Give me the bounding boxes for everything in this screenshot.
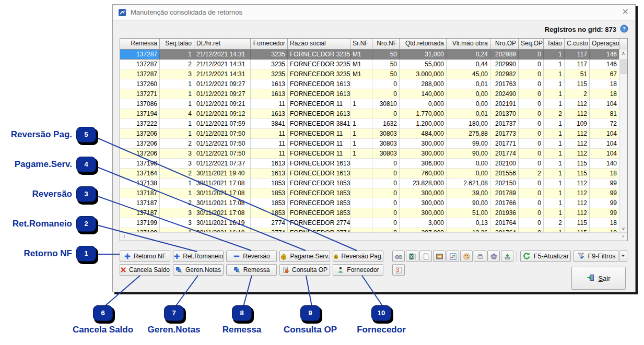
sort-button[interactable] [447, 251, 459, 262]
column-header-opera-o[interactable]: Operação [590, 39, 619, 50]
scroll-left-icon[interactable]: ‹ [120, 233, 128, 241]
table-row[interactable]: 137222101/12/2021 07:593841FORNECEDOR 38… [120, 119, 619, 129]
geren-notas-button[interactable]: Geren.Notas [173, 264, 224, 276]
column-header-vlr-m-o-obra[interactable]: Vlr.mão obra [447, 39, 490, 50]
table-row[interactable]: 137206301/12/2021 07:5011FORNECEDOR 1113… [120, 149, 619, 159]
palette-button[interactable] [460, 251, 473, 262]
help-button[interactable]: ? [619, 25, 628, 33]
column-header-raz-o-social[interactable]: Razão social [288, 39, 350, 50]
export-button[interactable] [433, 251, 446, 262]
column-header-nro-nf[interactable]: Nro.NF [372, 39, 400, 50]
table-row[interactable]: 137196301/12/2021 07:371613FORNECEDOR 16… [120, 159, 619, 169]
table-row[interactable]: 137287221/12/2021 14:313235FORNECEDOR 32… [120, 60, 619, 69]
consulta-op-button[interactable]: Consulta OP [279, 264, 330, 276]
grid-cell: 51 [565, 69, 590, 79]
ret-romaneio-button[interactable]: Ret.Romaneio [173, 251, 224, 262]
reversao-pag-button[interactable]: $Reversão Pag. [333, 251, 383, 262]
grid-cell: 39,00 [447, 188, 490, 198]
checklist-button[interactable] [392, 264, 405, 276]
gear-button[interactable] [487, 251, 500, 262]
column-header-nro-op[interactable]: Nro.OP [490, 39, 519, 50]
column-header-qtd-retornada[interactable]: Qtd.retornada [400, 39, 447, 50]
grid-cell: 1613 [251, 169, 288, 179]
table-row[interactable]: 137164230/11/2021 19:401613FORNECEDOR 16… [120, 169, 619, 179]
excel-icon: X [408, 253, 416, 260]
scroll-up-icon[interactable]: ∧ [619, 50, 627, 58]
button-label: Fornecedor [347, 266, 379, 273]
close-icon[interactable]: ✕ [622, 7, 629, 17]
table-row[interactable]: 137138130/11/2021 17:081853FORNECEDOR 18… [120, 179, 619, 188]
table-row[interactable]: 137271101/12/2021 09:271613FORNECEDOR 16… [120, 89, 619, 99]
grid-cell: 1853 [251, 208, 288, 218]
grid-cell: 11 [251, 129, 288, 139]
column-header-c-custo[interactable]: C.custo [565, 39, 590, 50]
column-header-seq-op[interactable]: Seq.OP [519, 39, 544, 50]
column-header-remessa[interactable]: Remessa [120, 39, 160, 50]
table-row[interactable]: 137187230/11/2021 17:081853FORNECEDOR 18… [120, 198, 619, 208]
grid-cell: 0 [519, 69, 544, 79]
column-header-fornecedor[interactable]: Fornecedor [251, 39, 288, 50]
grid-cell: 01/12/2021 07:50 [194, 139, 251, 149]
excel-button[interactable]: X [406, 251, 418, 262]
column-header-dt-hr-ret[interactable]: Dt./hr.ret [194, 39, 251, 50]
grid-cell: FORNECEDOR 3235 [288, 50, 350, 60]
grid-cell: 0 [519, 119, 544, 129]
callout-label: Geren.Notas [143, 325, 205, 335]
horizontal-scrollbar[interactable]: ‹ › [120, 232, 627, 241]
reversao-button[interactable]: Reversão [226, 251, 277, 262]
button-label: Cancela Saldo [129, 266, 170, 273]
callout-label: Cancela Saldo [72, 325, 134, 335]
callout-badge: 10 [371, 305, 391, 321]
column-header-seq-tal-o[interactable]: Seq.talão [160, 39, 194, 50]
grid-body: 137287121/12/2021 14:313235FORNECEDOR 32… [120, 50, 619, 233]
retorno-nf-button[interactable]: Retorno NF [120, 251, 170, 262]
grid-cell: 0 [372, 188, 400, 198]
grid-cell: 1 [350, 149, 372, 159]
grid-cell: 99 [590, 179, 619, 188]
callout-bottom-6: 6Cancela Saldo [72, 305, 134, 335]
chevron-down-icon [619, 252, 627, 261]
callout-badge: 8 [232, 305, 252, 321]
grid-cell: FORNECEDOR 1853 [288, 198, 350, 208]
binoculars-button[interactable] [392, 251, 405, 262]
remessa-button[interactable]: Remessa [226, 264, 277, 276]
vertical-scrollbar[interactable]: ∧ ∨ [619, 50, 627, 233]
grid-cell: 201773 [490, 129, 519, 139]
blank-page-button[interactable] [419, 251, 432, 262]
grid-cell: 117 [565, 50, 590, 60]
grid-cell: 0 [519, 179, 544, 188]
cancela-saldo-button[interactable]: Cancela Saldo [120, 264, 170, 276]
grid-cell: 112 [565, 99, 590, 109]
callout-label: Reversão Pag. [11, 129, 72, 140]
table-row[interactable]: 137086101/12/2021 09:2111FORNECEDOR 1113… [120, 99, 619, 109]
moneybag-icon: $ [280, 253, 287, 260]
vertical-scroll-thumb[interactable] [620, 60, 627, 74]
table-row[interactable]: 137287321/12/2021 14:313235FORNECEDOR 32… [120, 69, 619, 79]
table-row[interactable]: 137260101/12/2021 09:271613FORNECEDOR 16… [120, 79, 619, 89]
download-button[interactable] [501, 251, 513, 262]
table-row[interactable]: 137206101/12/2021 07:5011FORNECEDOR 1113… [120, 129, 619, 139]
table-row[interactable]: 137287121/12/2021 14:313235FORNECEDOR 32… [120, 50, 619, 60]
grid-cell: 2 [519, 169, 544, 179]
table-row[interactable]: 137187130/11/2021 17:081853FORNECEDOR 18… [120, 188, 619, 198]
table-row[interactable]: 137206201/12/2021 07:5011FORNECEDOR 1113… [120, 139, 619, 149]
exit-button[interactable]: Sair [571, 267, 626, 290]
table-row[interactable]: 137187330/11/2021 17:081853FORNECEDOR 18… [120, 208, 619, 218]
f9-filters-button[interactable]: F9-Filtros [573, 251, 618, 262]
column-header-sr-nf[interactable]: Sr.NF [350, 39, 372, 50]
funnel-icon [577, 252, 585, 260]
pagame-serv-button[interactable]: $Pagame.Serv. [279, 251, 330, 262]
column-header-tal-o[interactable]: Talão [544, 39, 565, 50]
table-row[interactable]: 137194401/12/2021 09:121613FORNECEDOR 16… [120, 109, 619, 119]
fornecedor-button[interactable]: Fornecedor [333, 264, 383, 276]
grid-cell: 23.828,000 [400, 179, 447, 188]
grid-cell: 201737 [490, 119, 519, 129]
filters-dropdown-button[interactable] [619, 251, 627, 262]
grid-cell: 1613 [251, 79, 288, 89]
scroll-right-icon[interactable]: › [619, 233, 627, 241]
table-row[interactable]: 137199330/11/2021 16:192774FORNECEDOR 27… [120, 218, 619, 228]
grid-cell: 1 [544, 129, 565, 139]
f5-refresh-button[interactable]: F5-Atualizar [520, 251, 571, 262]
grid-cell: 201370 [490, 109, 519, 119]
printer-button[interactable] [474, 251, 486, 262]
